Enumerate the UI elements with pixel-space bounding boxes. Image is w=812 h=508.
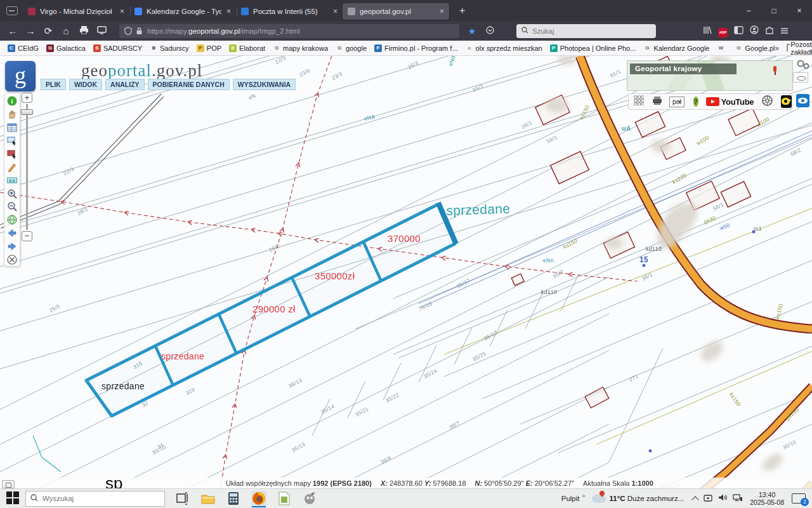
- language-select[interactable]: pol: [669, 97, 684, 107]
- gimp-icon[interactable]: [302, 491, 317, 506]
- locator-button[interactable]: [2, 480, 15, 488]
- geoportal-logo[interactable]: g: [5, 61, 36, 91]
- reload-icon[interactable]: ⟳: [39, 25, 57, 37]
- weather-widget[interactable]: 11°C Duże zachmurz...: [592, 495, 684, 503]
- bookmark-item[interactable]: W: [717, 44, 727, 52]
- deselect-rectangle-icon[interactable]: [6, 148, 18, 159]
- bookmark-item[interactable]: CCEIdG: [8, 44, 39, 52]
- bookmark-item[interactable]: GKalendarz Google: [643, 44, 709, 52]
- visibility-eye-button[interactable]: [796, 94, 809, 107]
- calculator-icon[interactable]: [226, 491, 241, 506]
- settings-wheel-icon[interactable]: [761, 95, 773, 109]
- print-icon[interactable]: [75, 25, 93, 36]
- bookmark-item[interactable]: oolx sprzedz mieszkan: [466, 44, 542, 52]
- libreoffice-calc-icon[interactable]: [277, 491, 292, 506]
- extension-icon[interactable]: [765, 25, 774, 37]
- start-button[interactable]: [6, 491, 20, 505]
- forward-icon[interactable]: →: [22, 25, 39, 36]
- tab-list-icon[interactable]: [6, 6, 18, 15]
- select-rectangle-icon[interactable]: [6, 135, 18, 146]
- tab-mail[interactable]: Poczta w Interii (55) ×: [236, 3, 343, 20]
- wms-print-icon[interactable]: WMS: [652, 96, 663, 108]
- new-tab-button[interactable]: +: [455, 5, 469, 17]
- sidebar-icon[interactable]: [734, 25, 743, 37]
- scale-tool-icon[interactable]: x:x: [6, 175, 18, 186]
- cadastral-map-canvas[interactable]: [0, 56, 812, 488]
- home-icon[interactable]: ⌂: [57, 25, 75, 36]
- tab-calendar[interactable]: Kalendarz Google - Tydzień, w ×: [129, 3, 236, 20]
- bookmark-item[interactable]: PPOP: [197, 44, 221, 52]
- zoom-out-icon[interactable]: [6, 201, 18, 212]
- other-bookmarks-button[interactable]: Pozostałe zakładki: [790, 41, 812, 56]
- window-minimize-button[interactable]: −: [736, 6, 761, 15]
- help-button[interactable]: ?: [693, 97, 698, 107]
- clock-widget[interactable]: 13:402025-05-08: [750, 491, 784, 506]
- account-icon[interactable]: [750, 25, 759, 37]
- bookmark-item[interactable]: ⊕Sadurscy: [150, 44, 189, 52]
- screenshot-icon[interactable]: [93, 25, 110, 36]
- next-view-icon[interactable]: [6, 241, 18, 252]
- tray-expand-chevron[interactable]: [692, 496, 699, 503]
- bookmark-item[interactable]: SSADURSCY: [93, 44, 142, 52]
- measure-pencil-icon[interactable]: [6, 161, 18, 173]
- pocket-icon[interactable]: [481, 25, 499, 36]
- menu-plik[interactable]: PLIK: [41, 79, 66, 90]
- zoom-in-icon[interactable]: [6, 188, 18, 199]
- menu-wyszukiwania[interactable]: WYSZUKIWANIA: [233, 79, 296, 90]
- tab-virgo[interactable]: Virgo - Michał Dzięcioł ×: [23, 3, 129, 20]
- zoom-out-button[interactable]: −: [22, 231, 32, 241]
- bookmark-item[interactable]: PPhotopea | Online Pho...: [550, 44, 636, 52]
- bookmark-item[interactable]: GGoogle.pl: [735, 44, 775, 52]
- tab-close-icon[interactable]: ×: [438, 7, 445, 16]
- menu-analizy[interactable]: ANALIZY: [105, 79, 145, 90]
- volume-icon[interactable]: [718, 493, 727, 504]
- address-bar[interactable]: https://mapy.geoportal.gov.pl/imap/Imgp_…: [119, 24, 459, 38]
- bookmarks-overflow-chevron[interactable]: »: [775, 44, 780, 53]
- network-icon[interactable]: [733, 493, 742, 504]
- previous-view-icon[interactable]: [6, 227, 18, 239]
- bookmark-item[interactable]: FFirmino.pl - Program f...: [374, 44, 458, 52]
- collapsed-panel-icon[interactable]: [793, 72, 808, 83]
- menu-widok[interactable]: WIDOK: [69, 79, 102, 90]
- pan-hand-icon[interactable]: [6, 109, 18, 120]
- notification-center-icon[interactable]: 2: [792, 493, 806, 504]
- file-explorer-icon[interactable]: [200, 491, 216, 506]
- taskbar-search[interactable]: [25, 491, 165, 507]
- menu-icon[interactable]: [780, 25, 789, 37]
- window-maximize-button[interactable]: □: [761, 6, 787, 15]
- legend-table-icon[interactable]: [6, 122, 18, 133]
- teams-tray-icon[interactable]: [704, 493, 712, 504]
- search-input[interactable]: [532, 27, 640, 35]
- settings-gears-icon[interactable]: [796, 58, 811, 70]
- map-viewport[interactable]: sprzedane370000350000zł290000 złsprzedan…: [0, 56, 812, 488]
- zoom-slider[interactable]: + −: [21, 93, 34, 251]
- tab-close-icon[interactable]: ×: [119, 7, 126, 16]
- grid-view-icon[interactable]: [634, 95, 644, 108]
- back-icon[interactable]: ←: [4, 25, 22, 36]
- clear-selection-icon[interactable]: [6, 254, 18, 265]
- tab-geoportal-active[interactable]: geoportal.gov.pl ×: [343, 3, 449, 20]
- desktop-peek-label[interactable]: Pulpit: [561, 495, 580, 502]
- taskbar-search-input[interactable]: [43, 495, 150, 502]
- youtube-link[interactable]: YouTube: [706, 97, 754, 107]
- zoom-in-button[interactable]: +: [22, 93, 32, 103]
- accessibility-contrast-button[interactable]: [781, 95, 792, 108]
- tab-close-icon[interactable]: ×: [332, 7, 339, 16]
- info-tool-icon[interactable]: i: [6, 95, 18, 107]
- window-close-button[interactable]: ×: [787, 6, 812, 15]
- bookmark-item[interactable]: Ggoogle: [336, 44, 367, 52]
- bookmark-item[interactable]: EElaborat: [229, 44, 265, 52]
- bookmark-item[interactable]: GGalactica: [46, 44, 86, 52]
- search-bar[interactable]: [516, 24, 656, 38]
- overview-minimap[interactable]: Geoportal krajowy: [627, 60, 793, 91]
- library-icon[interactable]: [703, 25, 712, 37]
- zoom-slider-track[interactable]: [26, 104, 28, 230]
- adblock-icon[interactable]: ABP: [718, 25, 728, 37]
- menu-pobieranie-danych[interactable]: POBIERANIE DANYCH: [148, 79, 230, 90]
- zoom-slider-handle[interactable]: [21, 109, 33, 115]
- bookmark-star-icon[interactable]: ★: [463, 26, 481, 36]
- tab-close-icon[interactable]: ×: [225, 7, 232, 16]
- firefox-icon[interactable]: [251, 491, 266, 506]
- full-extent-globe-icon[interactable]: [6, 214, 18, 225]
- bookmark-item[interactable]: Gmapy krakowa: [273, 44, 328, 52]
